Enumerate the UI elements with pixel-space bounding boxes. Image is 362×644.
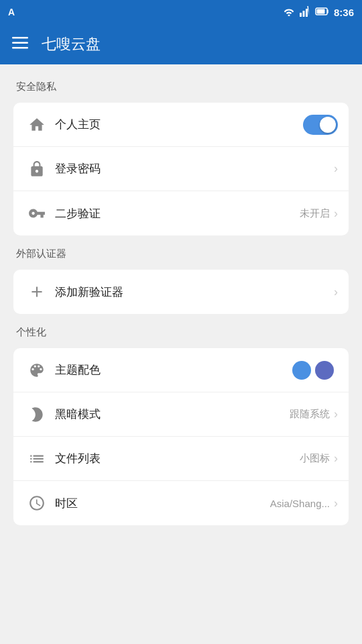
app-header: 七嗖云盘 bbox=[0, 24, 362, 64]
theme-color-label: 主题配色 bbox=[55, 362, 292, 378]
svg-rect-0 bbox=[300, 13, 302, 17]
two-step-value: 未开启 bbox=[300, 207, 330, 220]
dark-mode-arrow: › bbox=[334, 407, 338, 421]
palette-icon bbox=[24, 362, 50, 379]
add-authenticator-arrow: › bbox=[334, 285, 338, 299]
wifi-icon bbox=[283, 7, 295, 18]
plus-icon bbox=[24, 283, 50, 301]
file-list-label: 文件列表 bbox=[55, 451, 300, 466]
personal-homepage-toggle[interactable] bbox=[303, 115, 338, 135]
theme-color-item[interactable]: 主题配色 bbox=[13, 348, 349, 392]
svg-rect-1 bbox=[302, 11, 304, 17]
moon-icon bbox=[24, 406, 50, 423]
personal-homepage-item[interactable]: 个人主页 bbox=[13, 103, 349, 147]
key-icon bbox=[24, 205, 50, 222]
two-step-item[interactable]: 二步验证 未开启 › bbox=[13, 191, 349, 235]
time: 8:36 bbox=[334, 7, 354, 18]
theme-dot-2 bbox=[315, 361, 334, 380]
personal-homepage-label: 个人主页 bbox=[55, 117, 303, 132]
authenticator-card: 添加新验证器 › bbox=[13, 270, 349, 314]
app-title: 七嗖云盘 bbox=[42, 34, 101, 54]
theme-dots bbox=[292, 361, 334, 380]
file-list-item[interactable]: 文件列表 小图标 › bbox=[13, 437, 349, 481]
two-step-arrow: › bbox=[334, 207, 338, 221]
dark-mode-label: 黑暗模式 bbox=[55, 407, 290, 422]
file-list-value: 小图标 bbox=[300, 452, 330, 465]
svg-rect-6 bbox=[316, 9, 324, 13]
svg-rect-2 bbox=[306, 9, 308, 17]
personalization-card: 主题配色 黑暗模式 跟随系统 › 文件列表 bbox=[13, 348, 349, 525]
battery-icon bbox=[315, 7, 330, 18]
content-area: 安全隐私 个人主页 登录密码 › bbox=[0, 64, 362, 536]
lock-icon bbox=[24, 160, 50, 178]
signal-icon bbox=[299, 6, 311, 19]
svg-rect-7 bbox=[12, 37, 28, 39]
personalization-section-label: 个性化 bbox=[13, 321, 349, 341]
add-authenticator-item[interactable]: 添加新验证器 › bbox=[13, 270, 349, 314]
login-password-arrow: › bbox=[334, 162, 338, 176]
theme-dot-1 bbox=[292, 361, 311, 380]
authenticator-section-label: 外部认证器 bbox=[13, 242, 349, 263]
clock-icon bbox=[24, 494, 50, 512]
timezone-arrow: › bbox=[334, 496, 338, 511]
svg-rect-8 bbox=[12, 42, 28, 44]
a-icon: A bbox=[8, 7, 15, 17]
svg-rect-9 bbox=[12, 47, 28, 49]
file-list-arrow: › bbox=[334, 451, 338, 466]
two-step-label: 二步验证 bbox=[55, 206, 300, 221]
home-icon bbox=[24, 116, 50, 133]
add-authenticator-label: 添加新验证器 bbox=[55, 284, 333, 300]
security-card: 个人主页 登录密码 › 二步验证 未开启 › bbox=[13, 103, 349, 235]
status-left: A bbox=[8, 7, 15, 17]
list-icon bbox=[24, 450, 50, 468]
timezone-label: 时区 bbox=[55, 496, 270, 511]
dark-mode-value: 跟随系统 bbox=[290, 408, 330, 421]
svg-rect-4 bbox=[308, 7, 310, 17]
login-password-item[interactable]: 登录密码 › bbox=[13, 147, 349, 191]
status-right: 8:36 bbox=[283, 6, 354, 19]
hamburger-button[interactable] bbox=[12, 36, 28, 53]
login-password-label: 登录密码 bbox=[55, 161, 333, 176]
status-bar: A 8:36 bbox=[0, 0, 362, 24]
timezone-item[interactable]: 时区 Asia/Shang... › bbox=[13, 481, 349, 525]
dark-mode-item[interactable]: 黑暗模式 跟随系统 › bbox=[13, 392, 349, 437]
security-section-label: 安全隐私 bbox=[13, 75, 349, 96]
timezone-value: Asia/Shang... bbox=[270, 498, 330, 509]
